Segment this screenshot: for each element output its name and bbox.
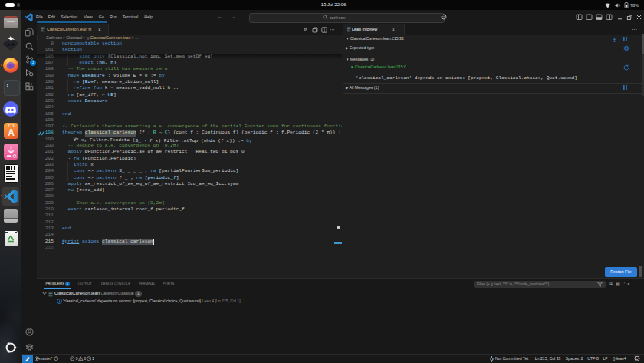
svg-text:A: A bbox=[8, 127, 15, 137]
